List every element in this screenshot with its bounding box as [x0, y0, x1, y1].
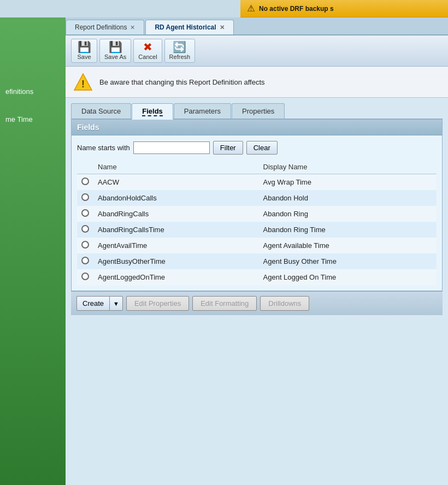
field-display-name: Agent Available Time: [259, 238, 437, 253]
field-name: AbandRingCallsTime: [93, 222, 259, 238]
refresh-label: Refresh: [169, 54, 191, 60]
tab-label: RD Agent Historical: [155, 23, 216, 31]
table-row[interactable]: AgentAvailTime Agent Available Time: [77, 238, 437, 253]
tab-rd-agent-historical[interactable]: RD Agent Historical ✕: [145, 20, 233, 34]
field-name: AgentLoggedOnTime: [93, 269, 259, 285]
col-radio: [77, 160, 93, 174]
radio-cell[interactable]: [77, 206, 93, 222]
warning-notice-text: Be aware that changing this Report Defin…: [99, 78, 265, 86]
field-name: AACW: [93, 174, 259, 191]
create-dropdown-arrow[interactable]: ▼: [109, 296, 123, 311]
drilldowns-button[interactable]: Drilldowns: [260, 296, 309, 311]
inner-tab-bar: Data Source Fields Parameters Properties: [71, 103, 443, 120]
save-as-label: Save As: [104, 54, 126, 60]
svg-text:!: !: [81, 79, 85, 90]
save-as-icon: 💾: [109, 42, 122, 52]
field-display-name: Agent Logged On Time: [259, 269, 437, 285]
radio-cell[interactable]: [77, 238, 93, 253]
sidebar-item-definitions[interactable]: efinitions: [0, 83, 66, 100]
cancel-button[interactable]: ✖ Cancel: [133, 39, 162, 63]
table-row[interactable]: AACW Avg Wrap Time: [77, 174, 437, 191]
warning-triangle-icon: !: [73, 72, 93, 92]
edit-formatting-button[interactable]: Edit Formatting: [192, 296, 257, 311]
radio-button[interactable]: [81, 193, 89, 201]
save-as-button[interactable]: 💾 Save As: [99, 39, 131, 63]
radio-button[interactable]: [81, 225, 89, 233]
col-display-name: Display Name: [259, 160, 437, 174]
save-label: Save: [77, 54, 91, 60]
create-button[interactable]: Create: [76, 296, 109, 311]
save-button[interactable]: 💾 Save: [71, 39, 97, 63]
fields-header: Fields: [72, 120, 442, 135]
radio-cell[interactable]: [77, 269, 93, 285]
warning-icon: ⚠: [247, 3, 255, 14]
filter-row: Name starts with Filter Clear: [77, 141, 437, 155]
radio-cell[interactable]: [77, 190, 93, 206]
sidebar-item-time[interactable]: me Time: [0, 111, 66, 128]
radio-cell[interactable]: [77, 253, 93, 269]
toolbar: 💾 Save 💾 Save As ✖ Cancel 🔄 Refresh: [66, 36, 448, 67]
tab-data-source[interactable]: Data Source: [71, 103, 131, 119]
field-name: AgentBusyOtherTime: [93, 253, 259, 269]
radio-button[interactable]: [81, 273, 89, 280]
main-content: Report Definitions ✕ RD Agent Historical…: [66, 17, 448, 485]
filter-label: Name starts with: [77, 144, 130, 152]
bottom-action-bar: Create ▼ Edit Properties Edit Formatting…: [71, 291, 443, 315]
main-tab-bar: Report Definitions ✕ RD Agent Historical…: [66, 17, 448, 36]
radio-button[interactable]: [81, 257, 89, 264]
cancel-label: Cancel: [138, 54, 157, 60]
warning-text: No active DRF backup s: [259, 5, 334, 13]
field-name: AgentAvailTime: [93, 238, 259, 253]
field-name: AbandRingCalls: [93, 206, 259, 222]
field-display-name: Abandon Hold: [259, 190, 437, 206]
tab-parameters[interactable]: Parameters: [174, 103, 231, 119]
field-name: AbandonHoldCalls: [93, 190, 259, 206]
table-row[interactable]: AbandRingCallsTime Abandon Ring Time: [77, 222, 437, 238]
radio-button[interactable]: [81, 241, 89, 249]
cancel-icon: ✖: [143, 42, 152, 52]
table-row[interactable]: AbandonHoldCalls Abandon Hold: [77, 190, 437, 206]
radio-button[interactable]: [81, 209, 89, 217]
tab-label: Report Definitions: [75, 23, 127, 31]
clear-button[interactable]: Clear: [246, 141, 278, 155]
field-display-name: Abandon Ring Time: [259, 222, 437, 238]
tab-properties[interactable]: Properties: [232, 103, 285, 119]
refresh-icon: 🔄: [173, 42, 186, 52]
content-area: Data Source Fields Parameters Properties…: [66, 98, 448, 321]
col-name: Name: [93, 160, 259, 174]
warning-notice: ! Be aware that changing this Report Def…: [66, 67, 448, 98]
table-row[interactable]: AgentBusyOtherTime Agent Busy Other Time: [77, 253, 437, 269]
radio-cell[interactable]: [77, 174, 93, 191]
top-warning-bar: ⚠ No active DRF backup s: [240, 0, 448, 17]
tab-fields[interactable]: Fields: [132, 103, 173, 120]
table-row[interactable]: AbandRingCalls Abandon Ring: [77, 206, 437, 222]
radio-button[interactable]: [81, 178, 89, 185]
radio-cell[interactable]: [77, 222, 93, 238]
sidebar: efinitions me Time: [0, 17, 66, 485]
tab-report-definitions[interactable]: Report Definitions ✕: [66, 20, 144, 34]
field-display-name: Abandon Ring: [259, 206, 437, 222]
fields-table: Name Display Name AACW Avg Wrap Time Aba…: [77, 160, 437, 285]
field-display-name: Avg Wrap Time: [259, 174, 437, 191]
filter-button[interactable]: Filter: [213, 141, 243, 155]
refresh-button[interactable]: 🔄 Refresh: [164, 39, 196, 63]
field-display-name: Agent Busy Other Time: [259, 253, 437, 269]
tab-close-icon[interactable]: ✕: [130, 24, 135, 31]
create-button-wrap: Create ▼: [76, 296, 123, 311]
table-row[interactable]: AgentLoggedOnTime Agent Logged On Time: [77, 269, 437, 285]
tab-close-icon[interactable]: ✕: [220, 24, 225, 31]
filter-input[interactable]: [133, 141, 210, 154]
edit-properties-button[interactable]: Edit Properties: [126, 296, 189, 311]
fields-panel: Fields Name starts with Filter Clear Nam…: [71, 120, 443, 291]
save-icon: 💾: [78, 42, 91, 52]
